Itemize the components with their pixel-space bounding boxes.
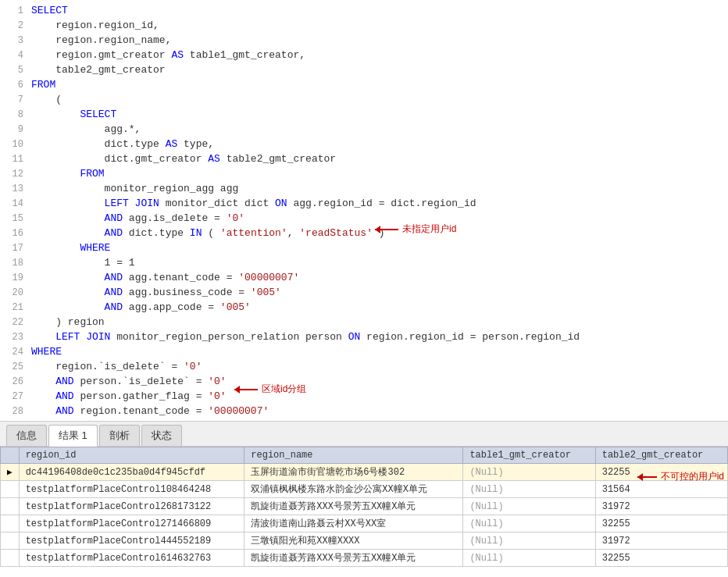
code-line: 2 region.region_id,	[0, 18, 728, 33]
line-content: dict.gmt_creator AS table2_gmt_creator	[31, 151, 728, 166]
app-container: 1SELECT2 region.region_id,3 region.regio…	[0, 0, 728, 577]
results-table: region_idregion_nametable1_gmt_creatorta…	[0, 447, 728, 567]
table-row: testplatformPlaceControl271466809清波街道南山路…	[1, 515, 728, 532]
line-number: 9	[0, 123, 31, 137]
table-cell-table1_gmt_creator: (Null)	[463, 532, 595, 550]
line-number: 24	[0, 345, 31, 360]
code-line: 6FROM	[0, 77, 728, 92]
line-number: 19	[0, 271, 31, 286]
line-content: SELECT	[31, 3, 728, 18]
line-content: AND region.tenant_code = '00000007'	[31, 404, 728, 419]
line-number: 5	[0, 63, 31, 78]
table-cell-region_id: dc44196408de0c1c235ba0d4f945cfdf	[19, 464, 244, 481]
line-number: 13	[0, 182, 31, 197]
table-body: ▶dc44196408de0c1c235ba0d4f945cfdf玉屏街道渝市街…	[1, 464, 728, 567]
line-content: ) region	[31, 315, 728, 329]
line-number: 18	[0, 256, 31, 271]
table-cell-region_id: testplatformPlaceControl444552189	[19, 532, 244, 550]
line-content: AND region.business_code = '005'	[31, 419, 728, 422]
annotation-2: 区域id分组	[234, 383, 306, 396]
line-content: table2_gmt_creator	[31, 62, 728, 77]
line-content: WHERE	[31, 344, 728, 359]
row-indicator	[1, 515, 20, 532]
line-content: region.region_id,	[31, 18, 728, 33]
code-line: 28 AND region.tenant_code = '00000007'	[0, 404, 728, 419]
line-content: region.region_name,	[31, 33, 728, 48]
annotation-text-2: 区域id分组	[262, 383, 306, 396]
line-number: 15	[0, 212, 31, 226]
annotation-text-1: 未指定用户id	[402, 223, 456, 236]
table-cell-table1_gmt_creator: (Null)	[463, 515, 595, 532]
table-row: testplatformPlaceControl614632763凯旋街道聂芳路…	[1, 550, 728, 567]
annotation-text-3: 不可控的用户id	[661, 470, 724, 483]
code-line: 21 AND agg.app_code = '005'	[0, 300, 728, 315]
code-line: 25 region.`is_delete` = '0'	[0, 359, 728, 374]
code-line: 12 FROM	[0, 166, 728, 181]
line-number: 27	[0, 390, 31, 404]
line-number: 17	[0, 241, 31, 256]
code-line: 18 1 = 1	[0, 255, 728, 270]
line-number: 22	[0, 315, 31, 330]
row-indicator	[1, 550, 20, 567]
tab-info[interactable]: 信息	[6, 425, 47, 446]
code-line: 9 agg.*,	[0, 122, 728, 137]
table-column-header: region_name	[244, 447, 463, 464]
table-cell-region_id: testplatformPlaceControl108464248	[19, 481, 244, 498]
table-cell-region_name: 双浦镇枫枫楼东路水韵金沙公寓XX幢X单元	[244, 481, 463, 498]
table-column-header: table1_gmt_creator	[463, 447, 595, 464]
table-cell-table2_gmt_creator: 31972	[595, 498, 727, 515]
line-content: AND person.`is_delete` = '0'	[31, 374, 728, 389]
table-cell-table1_gmt_creator: (Null)	[463, 481, 595, 498]
line-content: agg.*,	[31, 122, 728, 137]
table-column-header: table2_gmt_creator	[595, 447, 727, 464]
code-line: 23 LEFT JOIN monitor_region_person_relat…	[0, 329, 728, 344]
table-cell-table1_gmt_creator: (Null)	[463, 550, 595, 567]
table-cell-table2_gmt_creator: 32255	[595, 550, 727, 567]
code-line: 14 LEFT JOIN monitor_dict dict ON agg.re…	[0, 196, 728, 211]
code-line: 20 AND agg.business_code = '005'	[0, 285, 728, 300]
code-line: 13 monitor_region_agg agg	[0, 181, 728, 196]
bottom-tabs: 信息 结果 1 剖析 状态	[0, 422, 728, 447]
code-line: 5 table2_gmt_creator	[0, 62, 728, 77]
line-content: region.gmt_creator AS table1_gmt_creator…	[31, 48, 728, 62]
line-content: SELECT	[31, 107, 728, 122]
code-line: 17 WHERE	[0, 240, 728, 255]
line-number: 21	[0, 301, 31, 315]
table-row: testplatformPlaceControl108464248双浦镇枫枫楼东…	[1, 481, 728, 498]
table-cell-region_name: 清波街道南山路聂云村XX号XX室	[244, 515, 463, 532]
table-cell-region_id: testplatformPlaceControl271466809	[19, 515, 244, 532]
line-content: AND agg.business_code = '005'	[31, 285, 728, 300]
tab-profiling[interactable]: 剖析	[99, 425, 140, 446]
table-column-header: region_id	[19, 447, 244, 464]
line-number: 3	[0, 34, 31, 48]
code-line: 3 region.region_name,	[0, 33, 728, 48]
table-cell-table1_gmt_creator: (Null)	[463, 464, 595, 481]
table-cell-table1_gmt_creator: (Null)	[463, 498, 595, 515]
annotation-1: 未指定用户id	[375, 223, 456, 236]
code-line: 11 dict.gmt_creator AS table2_gmt_creato…	[0, 151, 728, 166]
tab-result1[interactable]: 结果 1	[48, 425, 98, 447]
table-header-row: region_idregion_nametable1_gmt_creatorta…	[1, 447, 728, 464]
table-row: ▶dc44196408de0c1c235ba0d4f945cfdf玉屏街道渝市街…	[1, 464, 728, 481]
col-indicator-header	[1, 447, 20, 464]
line-content: LEFT JOIN monitor_dict dict ON agg.regio…	[31, 196, 728, 211]
table-cell-table2_gmt_creator: 32255	[595, 515, 727, 532]
tab-status[interactable]: 状态	[141, 425, 182, 446]
line-content: region.`is_delete` = '0'	[31, 359, 728, 374]
table-cell-region_name: 凯旋街道聂芳路XXX号景芳五XX幢X单元	[244, 498, 463, 515]
line-number: 7	[0, 93, 31, 108]
line-content: monitor_region_agg agg	[31, 181, 728, 196]
line-number: 23	[0, 330, 31, 345]
row-indicator	[1, 498, 20, 515]
code-line: 7 (	[0, 92, 728, 107]
line-number: 11	[0, 152, 31, 167]
table-cell-region_name: 凯旋街道聂芳路XXX号景芳五XX幢X单元	[244, 550, 463, 567]
line-number: 12	[0, 167, 31, 182]
row-indicator	[1, 532, 20, 550]
table-cell-region_id: testplatformPlaceControl614632763	[19, 550, 244, 567]
annotation-3: 不可控的用户id	[637, 470, 724, 483]
code-line: 15 AND agg.is_delete = '0'	[0, 211, 728, 226]
line-content: 1 = 1	[31, 255, 728, 270]
code-line: 26 AND person.`is_delete` = '0'	[0, 374, 728, 389]
line-number: 29	[0, 419, 31, 422]
